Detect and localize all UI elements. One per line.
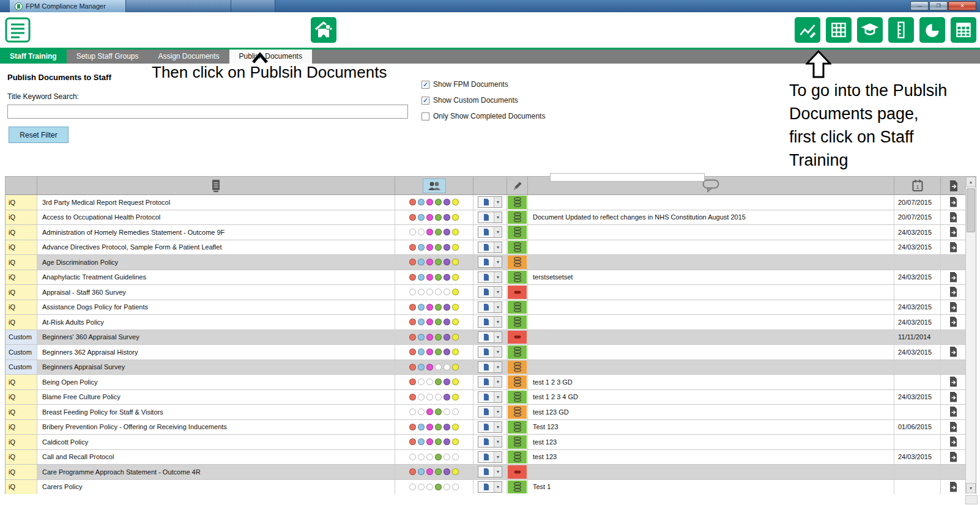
document-dropdown[interactable]: ▾ (478, 331, 502, 343)
home-toolbar-button[interactable] (311, 17, 336, 43)
table-row[interactable]: CustomBeginners Appraisal Survey▾ (6, 360, 976, 375)
table-row[interactable]: iQBreast Feeding Policy for Staff & Visi… (6, 405, 976, 420)
checkbox-icon[interactable] (421, 112, 429, 120)
document-dropdown[interactable]: ▾ (478, 361, 502, 373)
table-row[interactable]: iQCall and Recall Protocol▾test 12324/03… (6, 450, 976, 465)
document-dropdown[interactable]: ▾ (478, 466, 502, 477)
comment-cell[interactable] (528, 360, 894, 375)
titlebar-tab-inactive[interactable] (126, 0, 231, 12)
pie-toolbar-button[interactable] (919, 17, 945, 43)
tab-staff-training[interactable]: Staff Training (0, 50, 67, 64)
comment-cell[interactable] (528, 345, 894, 359)
table-row[interactable]: iQBeing Open Policy▾test 1 2 3 GD (6, 375, 976, 390)
notes-toolbar-button[interactable] (5, 17, 31, 43)
table-row[interactable]: iQAt-Risk Adults Policy▾24/03/2015 (6, 315, 976, 330)
document-dropdown[interactable]: ▾ (478, 376, 502, 388)
doc-title-cell[interactable]: Beginners 362 Appraisal History (37, 345, 395, 359)
table-toolbar-button[interactable] (951, 17, 976, 43)
titlebar-tab-inactive-2[interactable] (231, 0, 275, 12)
action-cell[interactable] (941, 345, 966, 359)
title-column-header[interactable] (37, 177, 395, 194)
doc-title-cell[interactable]: Anaphylactic Treatment Guidelines (37, 270, 395, 285)
checkbox-icon[interactable]: ✓ (421, 97, 429, 105)
doc-title-cell[interactable]: Being Open Policy (37, 375, 395, 389)
reset-filter-button[interactable]: Reset Filter (9, 127, 69, 143)
table-row[interactable]: iQ3rd Party Medical Report Request Proto… (6, 195, 976, 210)
action-cell[interactable] (941, 195, 966, 210)
comment-cell[interactable] (528, 315, 894, 330)
checkbox-only-completed-documents[interactable]: Only Show Completed Documents (421, 112, 545, 120)
minimize-button[interactable]: — (910, 1, 929, 10)
action-cell[interactable] (941, 225, 966, 240)
table-row[interactable]: iQAge Discrimination Policy▾ (6, 255, 976, 270)
table-row[interactable]: iQCarers Policy▾Test 1 (6, 480, 976, 495)
action-cell[interactable] (941, 390, 966, 405)
comment-cell[interactable] (528, 195, 894, 210)
document-dropdown[interactable]: ▾ (478, 391, 502, 403)
action-cell[interactable] (941, 270, 966, 285)
action-cell[interactable] (941, 315, 966, 330)
comment-cell[interactable]: test 1 2 3 4 GD (528, 390, 894, 405)
table-row[interactable]: iQAssistance Dogs Policy for Patients▾24… (6, 300, 976, 315)
doc-title-cell[interactable]: Beginners Appraisal Survey (37, 360, 395, 375)
tab-publish-documents[interactable]: Publish Documents (229, 50, 312, 64)
reports-toolbar-button[interactable] (795, 17, 820, 43)
doc-title-cell[interactable]: Appraisal - Staff 360 Survey (37, 285, 395, 300)
doc-title-cell[interactable]: Beginners' 360 Appraisal Survey (37, 330, 395, 345)
doc-title-cell[interactable]: 3rd Party Medical Report Request Protoco… (37, 195, 395, 210)
doc-title-cell[interactable]: Assistance Dogs Policy for Patients (37, 300, 395, 315)
comment-cell[interactable] (528, 285, 894, 300)
document-dropdown[interactable]: ▾ (478, 316, 502, 328)
maximize-button[interactable]: ❐ (929, 1, 948, 10)
date-column-header[interactable]: 1 (894, 177, 941, 194)
table-row[interactable]: CustomBeginners 362 Appraisal History▾24… (6, 345, 976, 360)
title-keyword-search-input[interactable] (7, 105, 408, 119)
document-dropdown[interactable]: ▾ (478, 421, 502, 433)
doc-title-cell[interactable]: Caldicott Policy (37, 435, 395, 449)
comment-cell[interactable]: Document Updated to reflect changes in N… (528, 210, 894, 225)
doc-title-cell[interactable]: Administration of Homely Remedies Statem… (37, 225, 395, 240)
type-column-header[interactable] (6, 177, 37, 194)
doc-title-cell[interactable]: Advance Directives Protocol, Sample Form… (37, 240, 395, 255)
doc-title-cell[interactable]: Care Programme Approach Statement - Outc… (37, 465, 395, 479)
scroll-up-button[interactable]: ▲ (966, 177, 976, 187)
action-cell[interactable] (941, 420, 966, 435)
comment-cell[interactable]: Test 123 (528, 420, 894, 435)
scroll-down-button[interactable]: ▼ (966, 483, 976, 493)
comment-cell[interactable]: test 123 GD (528, 405, 894, 419)
table-row[interactable]: iQBribery Prevention Policy - Offering o… (6, 420, 976, 435)
status-column-header[interactable] (507, 177, 528, 194)
table-row[interactable]: iQAnaphylactic Treatment Guidelines▾ters… (6, 270, 976, 286)
comment-cell[interactable] (528, 240, 894, 255)
doc-title-cell[interactable]: Breast Feeding Policy for Staff & Visito… (37, 405, 395, 419)
grid-toolbar-button[interactable] (826, 17, 852, 43)
document-dropdown[interactable]: ▾ (478, 226, 502, 238)
ruler-toolbar-button[interactable] (888, 17, 914, 43)
comment-cell[interactable]: test 123 (528, 435, 894, 449)
table-row[interactable]: iQAdvance Directives Protocol, Sample Fo… (6, 240, 976, 256)
document-dropdown[interactable]: ▾ (478, 286, 502, 298)
table-row[interactable]: iQAppraisal - Staff 360 Survey▾ (6, 285, 976, 300)
comment-cell[interactable] (528, 465, 894, 479)
document-dropdown[interactable]: ▾ (478, 436, 502, 448)
vertical-scrollbar[interactable]: ▲ ▼ (965, 177, 976, 493)
document-dropdown[interactable]: ▾ (478, 451, 502, 463)
action-cell[interactable] (941, 375, 966, 389)
titlebar-tab-active[interactable]: FPM Compliance Manager (10, 0, 126, 12)
action-cell[interactable] (941, 450, 966, 465)
training-toolbar-button[interactable] (857, 17, 883, 43)
document-dropdown[interactable]: ▾ (478, 212, 502, 223)
comment-cell[interactable]: terstsetsetset (528, 270, 894, 285)
comment-cell[interactable]: test 123 (528, 450, 894, 465)
action-cell[interactable] (941, 435, 966, 449)
dropdown-column-header[interactable] (473, 177, 507, 194)
document-dropdown[interactable]: ▾ (478, 406, 502, 418)
doc-title-cell[interactable]: Bribery Prevention Policy - Offering or … (37, 420, 395, 435)
action-cell[interactable] (941, 285, 966, 300)
document-dropdown[interactable]: ▾ (478, 241, 502, 253)
table-row[interactable]: iQAdministration of Homely Remedies Stat… (6, 225, 976, 240)
tab-assign-documents[interactable]: Assign Documents (149, 50, 229, 64)
doc-title-cell[interactable]: Carers Policy (37, 480, 395, 495)
checkbox-show-fpm-documents[interactable]: ✓ Show FPM Documents (421, 80, 508, 89)
table-row[interactable]: iQCare Programme Approach Statement - Ou… (6, 465, 976, 480)
